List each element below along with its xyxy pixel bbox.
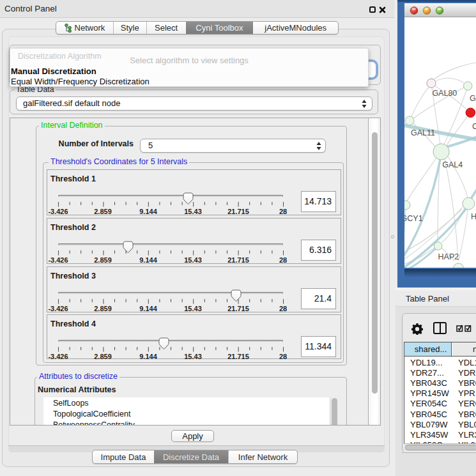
svg-text:GAL11: GAL11 <box>411 128 435 137</box>
svg-text:HAP2: HAP2 <box>438 252 459 261</box>
svg-text:GAL4: GAL4 <box>442 160 463 169</box>
svg-text:GA: GA <box>470 94 476 103</box>
svg-text:C: C <box>472 122 476 131</box>
svg-text:GCY1: GCY1 <box>404 214 423 223</box>
svg-text:H: H <box>471 212 476 221</box>
svg-text:GAL80: GAL80 <box>432 89 457 98</box>
